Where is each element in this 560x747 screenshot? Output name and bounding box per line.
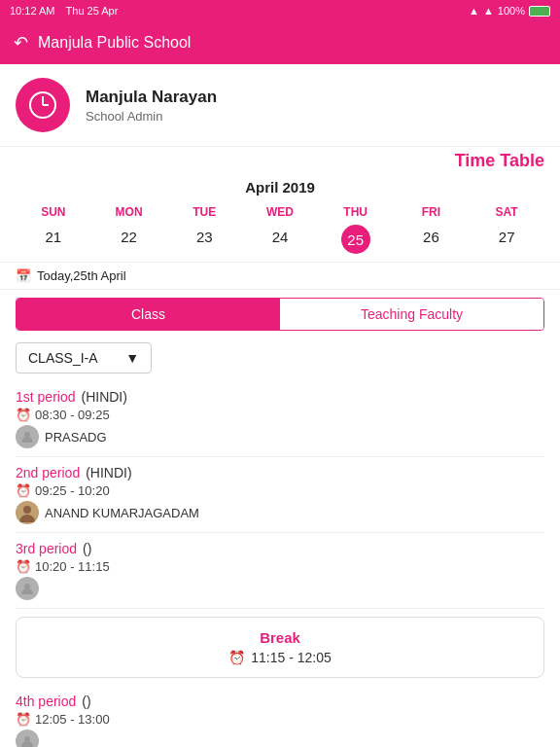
profile-section: Manjula Narayan School Admin bbox=[0, 64, 560, 147]
status-time: 10:12 AM bbox=[10, 5, 54, 17]
period-1-teacher: PRASADG bbox=[16, 425, 544, 448]
calendar-today-icon: 📅 bbox=[16, 268, 31, 283]
teacher-1-avatar bbox=[16, 425, 39, 448]
period-1-header: 1st period (HINDI) bbox=[16, 389, 544, 405]
battery-label: 100% bbox=[498, 5, 525, 17]
period-3-time: ⏰ 10:20 - 11:15 bbox=[16, 559, 544, 574]
period-4-teacher bbox=[16, 729, 544, 747]
teacher-3-avatar bbox=[16, 577, 39, 600]
status-icons: ▲ ▲ 100% bbox=[469, 5, 550, 17]
period-2-subject: (HINDI) bbox=[86, 465, 131, 480]
day-mon: MON bbox=[91, 203, 167, 221]
period-1: 1st period (HINDI) ⏰ 08:30 - 09:25 PRASA… bbox=[16, 381, 544, 457]
alarm-icon: ⏰ bbox=[228, 650, 245, 665]
teacher-1-name: PRASADG bbox=[45, 430, 107, 445]
date-23[interactable]: 23 bbox=[166, 225, 242, 254]
period-3-label: 3rd period bbox=[16, 541, 77, 556]
period-2-label: 2nd period bbox=[16, 465, 80, 480]
clock-icon-3: ⏰ bbox=[16, 559, 31, 574]
day-tue: TUE bbox=[166, 203, 242, 221]
period-4: 4th period () ⏰ 12:05 - 13:00 bbox=[16, 686, 544, 747]
period-4-time: ⏰ 12:05 - 13:00 bbox=[16, 712, 544, 727]
wifi-icon: ▲ bbox=[483, 5, 494, 17]
today-label: Today,25th April bbox=[37, 268, 126, 283]
back-arrow-icon[interactable]: ↶ bbox=[14, 32, 28, 53]
date-21[interactable]: 21 bbox=[16, 225, 91, 254]
teacher-2-name: ANAND KUMARJAGADAM bbox=[45, 506, 199, 520]
period-3-time-value: 10:20 - 11:15 bbox=[35, 559, 110, 574]
period-1-time-value: 08:30 - 09:25 bbox=[35, 408, 110, 422]
date-26[interactable]: 26 bbox=[394, 225, 470, 254]
profile-role: School Admin bbox=[86, 109, 217, 124]
profile-name: Manjula Narayan bbox=[86, 88, 217, 107]
signal-icon: ▲ bbox=[469, 5, 479, 17]
tab-class[interactable]: Class bbox=[17, 299, 280, 330]
tab-teaching-faculty[interactable]: Teaching Faculty bbox=[280, 299, 543, 330]
period-2: 2nd period (HINDI) ⏰ 09:25 - 10:20 ANAND… bbox=[16, 457, 544, 533]
period-3-header: 3rd period () bbox=[16, 541, 544, 556]
calendar-month: April 2019 bbox=[16, 179, 544, 196]
period-1-label: 1st period bbox=[16, 389, 75, 405]
period-3-subject: () bbox=[83, 541, 91, 556]
clock-icon-1: ⏰ bbox=[16, 408, 31, 422]
status-bar: 10:12 AM Thu 25 Apr ▲ ▲ 100% bbox=[0, 0, 560, 21]
teacher-2-avatar bbox=[16, 501, 39, 524]
date-27[interactable]: 27 bbox=[469, 225, 544, 254]
period-2-time-value: 09:25 - 10:20 bbox=[35, 483, 110, 498]
class-dropdown[interactable]: CLASS_I-A ▼ bbox=[16, 342, 152, 374]
clock-icon-2: ⏰ bbox=[16, 483, 31, 498]
period-1-subject: (HINDI) bbox=[81, 389, 126, 405]
avatar bbox=[16, 78, 70, 132]
dropdown-row: CLASS_I-A ▼ bbox=[0, 338, 560, 381]
battery-icon bbox=[529, 6, 550, 17]
day-sat: SAT bbox=[469, 203, 544, 221]
period-3: 3rd period () ⏰ 10:20 - 11:15 bbox=[16, 533, 544, 609]
periods-list: 1st period (HINDI) ⏰ 08:30 - 09:25 PRASA… bbox=[0, 381, 560, 747]
svg-point-4 bbox=[23, 506, 31, 514]
period-4-header: 4th period () bbox=[16, 694, 544, 709]
timetable-label: Time Table bbox=[0, 147, 560, 175]
break-box: Break ⏰ 11:15 - 12:05 bbox=[16, 617, 544, 678]
day-wed: WED bbox=[242, 203, 318, 221]
calendar-section: April 2019 SUN MON TUE WED THU FRI SAT 2… bbox=[0, 175, 560, 263]
tabs: Class Teaching Faculty bbox=[16, 298, 544, 331]
period-4-time-value: 12:05 - 13:00 bbox=[35, 712, 110, 727]
status-date: Thu 25 Apr bbox=[66, 5, 119, 17]
break-time: ⏰ 11:15 - 12:05 bbox=[28, 650, 532, 665]
dropdown-value: CLASS_I-A bbox=[28, 350, 98, 366]
school-title: Manjula Public School bbox=[38, 34, 191, 52]
date-25-active[interactable]: 25 bbox=[341, 225, 370, 254]
break-title: Break bbox=[28, 629, 532, 646]
today-bar: 📅 Today,25th April bbox=[0, 263, 560, 290]
period-2-header: 2nd period (HINDI) bbox=[16, 465, 544, 480]
period-4-label: 4th period bbox=[16, 694, 76, 709]
period-4-subject: () bbox=[82, 694, 90, 709]
clock-icon-4: ⏰ bbox=[16, 712, 31, 727]
period-2-time: ⏰ 09:25 - 10:20 bbox=[16, 483, 544, 498]
break-time-value: 11:15 - 12:05 bbox=[251, 650, 332, 665]
period-1-time: ⏰ 08:30 - 09:25 bbox=[16, 408, 544, 422]
calendar-dates: 21 22 23 24 25 26 27 bbox=[16, 225, 544, 254]
chevron-down-icon: ▼ bbox=[125, 350, 139, 366]
top-nav: ↶ Manjula Public School bbox=[0, 21, 560, 64]
day-thu: THU bbox=[318, 203, 394, 221]
day-sun: SUN bbox=[16, 203, 91, 221]
profile-info: Manjula Narayan School Admin bbox=[86, 88, 217, 124]
period-2-teacher: ANAND KUMARJAGADAM bbox=[16, 501, 544, 524]
period-3-teacher bbox=[16, 577, 544, 600]
date-24[interactable]: 24 bbox=[242, 225, 318, 254]
calendar-day-names: SUN MON TUE WED THU FRI SAT bbox=[16, 203, 544, 221]
teacher-4-avatar bbox=[16, 729, 39, 747]
date-22[interactable]: 22 bbox=[91, 225, 167, 254]
day-fri: FRI bbox=[394, 203, 470, 221]
